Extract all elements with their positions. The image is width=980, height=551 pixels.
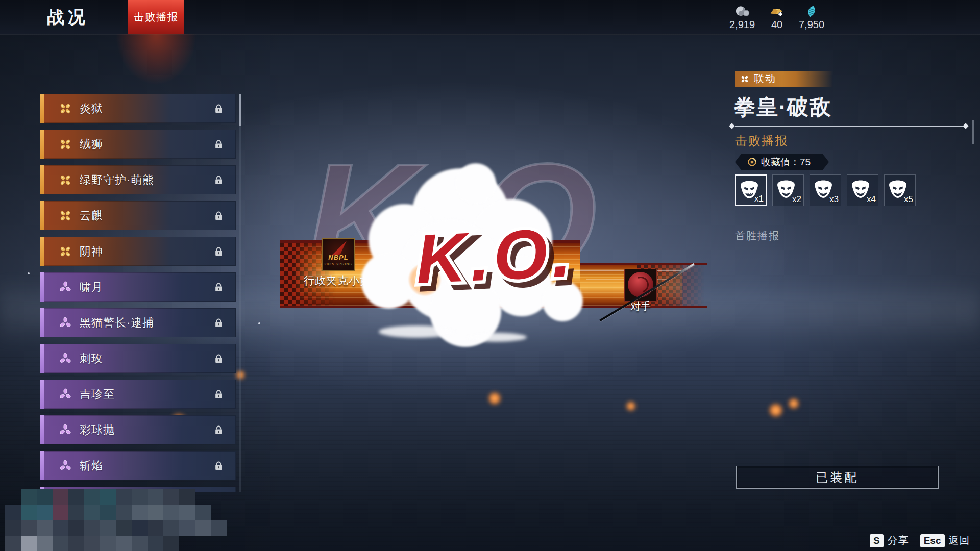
collection-value-label: 收藏值：75 bbox=[761, 156, 811, 169]
broadcast-count-tiles: x1 x2 x3 x4 x5 bbox=[735, 174, 916, 206]
currency-1[interactable]: 2,919 bbox=[729, 5, 755, 31]
lock-icon bbox=[214, 353, 224, 364]
share-label: 分享 bbox=[888, 534, 909, 547]
share-hint[interactable]: S 分享 bbox=[870, 534, 909, 547]
shortcut-hints: S 分享 Esc 返回 bbox=[870, 534, 970, 547]
four-petal-icon bbox=[740, 74, 749, 84]
sidebar-item-label: 啸月 bbox=[80, 280, 103, 295]
sidebar-item-label: 斩焰 bbox=[80, 458, 103, 473]
four-petal-icon bbox=[59, 245, 72, 258]
broadcast-tile-1[interactable]: x1 bbox=[735, 174, 767, 206]
nbpl-logo-text: NBPL bbox=[323, 254, 354, 261]
sidebar-item-3[interactable]: 绿野守护·萌熊 bbox=[40, 165, 236, 194]
accent-bar bbox=[40, 201, 44, 230]
three-petal-icon bbox=[59, 388, 72, 401]
sidebar-item-label: 刺玫 bbox=[80, 351, 103, 366]
sidebar-item-label: 黑猫警长·逮捕 bbox=[80, 315, 154, 331]
three-petal-icon bbox=[59, 459, 72, 472]
three-petal-icon bbox=[59, 352, 72, 365]
accent-bar bbox=[40, 380, 44, 409]
sidebar-item-label: 绿野守护·萌熊 bbox=[80, 172, 154, 188]
opponent-label: 对手 bbox=[624, 299, 657, 313]
accent-bar bbox=[40, 308, 44, 337]
sidebar-item-label: 绒狮 bbox=[80, 137, 103, 152]
censored-block bbox=[5, 489, 240, 551]
collection-value-pill: 收藏值：75 bbox=[735, 154, 829, 170]
lock-icon bbox=[214, 424, 224, 436]
three-petal-icon bbox=[59, 423, 72, 437]
tile-count-label: x1 bbox=[754, 194, 764, 204]
sidebar-scrollbar[interactable] bbox=[239, 94, 241, 492]
share-key-badge: S bbox=[870, 534, 884, 547]
tile-count-label: x4 bbox=[867, 194, 876, 205]
panel-divider bbox=[735, 126, 963, 127]
top-bar: 战况 击败播报 bbox=[0, 0, 980, 35]
lock-icon bbox=[214, 282, 224, 293]
lock-icon bbox=[214, 103, 224, 114]
lock-icon bbox=[214, 246, 224, 257]
three-petal-icon bbox=[59, 281, 72, 294]
currency-2[interactable]: 40 bbox=[764, 5, 790, 31]
currency-value: 40 bbox=[771, 19, 782, 31]
panel-scrollbar-thumb[interactable] bbox=[972, 120, 974, 144]
sidebar-item-5[interactable]: 阴神 bbox=[40, 237, 236, 266]
sidebar-item-10[interactable]: 彩球抛 bbox=[40, 415, 236, 444]
currency-value: 2,919 bbox=[729, 19, 755, 31]
sidebar-item-7[interactable]: 黑猫警长·逮捕 bbox=[40, 308, 236, 337]
sidebar-scrollbar-thumb[interactable] bbox=[239, 94, 241, 126]
back-hint[interactable]: Esc 返回 bbox=[920, 534, 970, 547]
equipped-button[interactable]: 已装配 bbox=[736, 466, 939, 489]
tile-count-label: x5 bbox=[904, 194, 913, 205]
broadcast-tile-4[interactable]: x4 bbox=[847, 174, 878, 206]
tile-count-label: x3 bbox=[829, 194, 839, 205]
nbpl-logo-subtext: 2025 SPRING bbox=[323, 262, 354, 266]
broadcast-list: 炎狱 绒狮 绿野守护·萌熊 云麒 阴神 bbox=[40, 94, 236, 492]
broadcast-tile-3[interactable]: x3 bbox=[810, 174, 841, 206]
broadcast-tile-2[interactable]: x2 bbox=[772, 174, 804, 206]
collection-swirl-icon bbox=[747, 157, 757, 167]
sidebar-item-2[interactable]: 绒狮 bbox=[40, 130, 236, 159]
lock-icon bbox=[214, 139, 224, 150]
lock-icon bbox=[214, 210, 224, 221]
back-label: 返回 bbox=[949, 534, 970, 547]
particle-dot bbox=[28, 272, 30, 274]
item-type-label: 击败播报 bbox=[735, 133, 788, 149]
tab-defeat-broadcast[interactable]: 击败播报 bbox=[128, 0, 184, 34]
jade-icon bbox=[804, 5, 819, 18]
sidebar-item-label: 炎狱 bbox=[80, 101, 103, 116]
sidebar-item-9[interactable]: 吉珍至 bbox=[40, 380, 236, 409]
accent-bar bbox=[40, 94, 44, 123]
sidebar-item-label: 彩球抛 bbox=[80, 422, 115, 438]
sidebar-item-1[interactable]: 炎狱 bbox=[40, 94, 236, 123]
lock-icon bbox=[214, 389, 224, 400]
currency-3[interactable]: 7,950 bbox=[798, 5, 825, 31]
page-title: 战况 bbox=[47, 0, 89, 34]
sidebar-item-11[interactable]: 斩焰 bbox=[40, 451, 236, 480]
lock-icon bbox=[214, 174, 224, 186]
particle-dot bbox=[258, 322, 260, 324]
accent-bar bbox=[40, 130, 44, 159]
item-title: 拳皇·破敌 bbox=[734, 93, 832, 121]
accent-bar bbox=[40, 451, 44, 480]
four-petal-icon bbox=[59, 209, 72, 222]
coin-icon bbox=[734, 5, 750, 18]
lock-icon bbox=[214, 460, 224, 471]
sidebar-item-4[interactable]: 云麒 bbox=[40, 201, 236, 230]
lantern-glow bbox=[626, 401, 636, 411]
ingot-icon bbox=[769, 5, 785, 18]
accent-bar bbox=[40, 344, 44, 373]
back-key-badge: Esc bbox=[920, 534, 945, 547]
accent-bar bbox=[40, 165, 44, 194]
sidebar-item-6[interactable]: 啸月 bbox=[40, 272, 236, 302]
lantern-glow bbox=[788, 398, 799, 409]
collab-badge: 联动 bbox=[735, 71, 833, 87]
accent-bar bbox=[40, 415, 44, 444]
sidebar-item-8[interactable]: 刺玫 bbox=[40, 344, 236, 373]
lantern-glow bbox=[488, 392, 501, 405]
opponent-emblem bbox=[628, 272, 653, 297]
collab-badge-label: 联动 bbox=[754, 72, 776, 86]
currency-value: 7,950 bbox=[799, 19, 824, 31]
accent-bar bbox=[40, 272, 44, 302]
broadcast-tile-5[interactable]: x5 bbox=[884, 174, 916, 206]
first-win-label: 首胜播报 bbox=[735, 229, 780, 243]
